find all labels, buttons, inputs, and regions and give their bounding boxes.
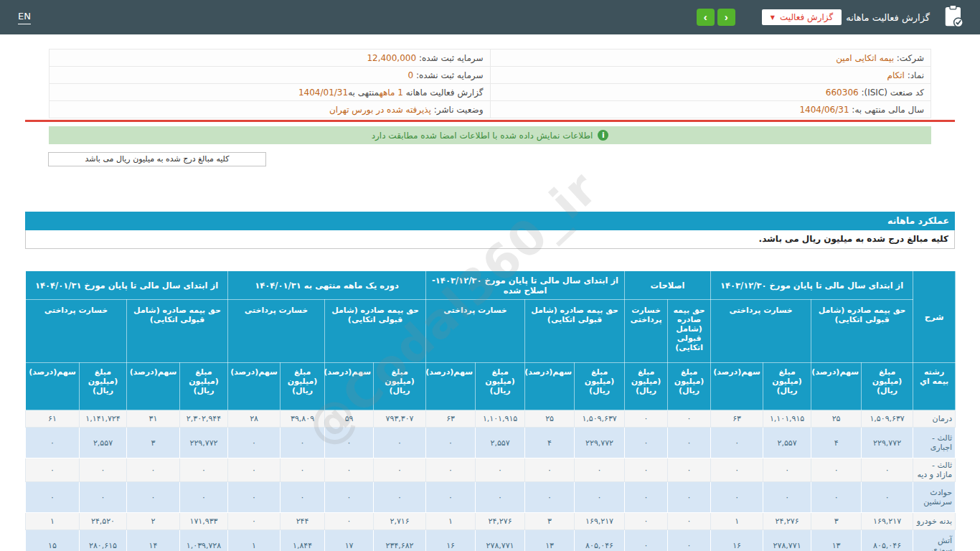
table-row: ثالث - اجباری۲۲۹,۷۷۲۴۲,۵۵۷۰۰۰۲۲۹,۷۷۲۴۲,۵… — [26, 428, 956, 458]
value-cell: ۰ — [668, 458, 711, 482]
value-cell: ۶۱ — [26, 410, 80, 428]
perf-period-group-header: دوره یک ماهه منتهی به ۱۴۰۴/۰۱/۳۱ — [228, 271, 426, 300]
perf-period-group-header: از ابتدای سال مالی تا پایان مورخ ۱۴۰۴/۰۱… — [26, 271, 228, 300]
value-cell: ۰ — [26, 482, 80, 513]
value-cell: ۰ — [668, 410, 711, 428]
value-cell: ۲۴۴ — [281, 513, 325, 530]
info-label: وضعیت ناشر: — [431, 105, 484, 115]
chevron-down-icon: ▼ — [771, 14, 775, 21]
value-cell: ۰ — [476, 482, 525, 513]
perf-amount-header: مبلغ (میلیون ریال) — [281, 363, 325, 410]
page: EN ‹ › گزارش فعالیت ▼ گزارش فعالیت ماهان… — [0, 0, 980, 551]
perf-period-group-header: از ابتدای سال مالی تا پایان مورخ ۱۴۰۳/۱۲… — [426, 271, 625, 300]
value-cell: ۰ — [811, 458, 862, 482]
company-info-row: کد صنعت (ISIC): 660306گزارش فعالیت ماهان… — [50, 84, 931, 101]
value-cell: ۰ — [668, 482, 711, 513]
value-cell: ۰ — [525, 458, 575, 482]
perf-header-row: شرحاز ابتدای سال مالی تا پایان مورخ ۱۴۰۳… — [26, 271, 956, 300]
value-cell: ۰ — [862, 458, 913, 482]
value-cell: ۰ — [862, 482, 913, 513]
info-value: بیمه اتکایی امین — [836, 53, 894, 63]
company-info-row: سال مالی منتهی به: 1404/06/31وضعیت ناشر:… — [50, 101, 931, 118]
value-cell: ۱ — [26, 513, 80, 530]
value-cell: ۲,۵۵۷ — [763, 428, 811, 458]
perf-share-header: سهم(درصد) — [325, 363, 374, 410]
perf-amount-header: مبلغ (میلیون ریال) — [180, 363, 228, 410]
perf-header-row: رشته بیمه ايمبلغ (میلیون ریال)سهم(درصد)م… — [26, 363, 956, 410]
prev-report-button[interactable]: ‹ — [697, 9, 715, 26]
value-cell: ۴ — [811, 428, 862, 458]
content: شرکت: بیمه اتکایی امینسرمایه ثبت شده: 12… — [0, 49, 980, 551]
info-label: نماد: — [905, 70, 924, 80]
perf-share-header: سهم(درصد) — [711, 363, 763, 410]
value-cell: ۲۴,۵۲۰ — [80, 513, 127, 530]
perf-claims-header: خسارت پرداختی — [426, 300, 525, 363]
perf-share-header: سهم(درصد) — [228, 363, 281, 410]
value-cell: ۲۴,۲۷۶ — [763, 513, 811, 530]
table-row: حوادث سرنشین۰۰۰۰۰۰۰۰۰۰۰۰۰۰۰۰۰۰ — [26, 482, 956, 513]
value-cell: ۰ — [228, 458, 281, 482]
table-row: آتش سوزی۸۰۵,۰۴۶۱۳۲۷۸,۷۷۱۱۶۰۰۸۰۵,۰۴۶۱۳۲۷۸… — [26, 530, 956, 551]
perf-thead: شرحاز ابتدای سال مالی تا پایان مورخ ۱۴۰۳… — [26, 271, 956, 410]
value-cell: ۴ — [525, 428, 575, 458]
perf-amount-header: مبلغ (میلیون ریال) — [763, 363, 811, 410]
amounts-unit-note-box: کلیه مبالغ درج شده به میلیون ریال می باش… — [48, 152, 266, 166]
value-cell: ۲۲۹,۷۷۲ — [575, 428, 625, 458]
value-cell: ۰ — [625, 410, 668, 428]
value-cell: ۸۰۵,۰۴۶ — [862, 530, 913, 551]
value-cell: ۷۹۳,۳۰۷ — [374, 410, 426, 428]
value-cell: ۲۷۸,۷۷۱ — [476, 530, 525, 551]
clipboard-check-icon[interactable] — [943, 4, 964, 31]
perf-premium-header: حق بیمه صادره (شامل قبولی اتکایی) — [127, 300, 228, 363]
value-cell: ۰ — [26, 428, 80, 458]
value-cell: ۲۵ — [525, 410, 575, 428]
value-cell: ۰ — [575, 482, 625, 513]
topbar: EN ‹ › گزارش فعالیت ▼ گزارش فعالیت ماهان… — [0, 0, 980, 34]
company-info-row: نماد: اتکامسرمایه ثبت نشده: 0 — [50, 67, 931, 84]
value-cell: ۱,۵۰۹,۶۳۷ — [862, 410, 913, 428]
value-cell: ۲,۷۱۶ — [374, 513, 426, 530]
info-value: 1404/01/31 — [298, 88, 348, 98]
value-cell: ۱۷ — [325, 530, 374, 551]
value-cell: ۶۳ — [711, 410, 763, 428]
company-info-row: شرکت: بیمه اتکایی امینسرمایه ثبت شده: 12… — [50, 50, 931, 67]
note-box-wrap: کلیه مبالغ درج شده به میلیون ریال می باش… — [25, 152, 955, 166]
value-cell: ۰ — [625, 482, 668, 513]
info-label: شرکت: — [894, 53, 924, 63]
perf-claims-header: خسارت پرداختی — [625, 300, 668, 363]
value-cell: ۰ — [426, 458, 476, 482]
value-cell: ۰ — [668, 513, 711, 530]
info-label: سال مالی منتهی به: — [849, 105, 924, 115]
value-cell: ۲,۵۵۷ — [476, 428, 525, 458]
value-cell: ۱۶۹,۲۱۷ — [575, 513, 625, 530]
value-cell: ۰ — [374, 428, 426, 458]
perf-claims-header: خسارت پرداختی — [228, 300, 325, 363]
value-cell: ۲۲۹,۷۷۲ — [180, 428, 228, 458]
value-cell: ۱,۱۴۱,۷۲۴ — [80, 410, 127, 428]
value-cell: ۳ — [525, 513, 575, 530]
value-cell: ۲,۳۰۲,۹۴۴ — [180, 410, 228, 428]
value-cell: ۱,۵۰۹,۶۳۷ — [575, 410, 625, 428]
value-cell: ۱ — [711, 513, 763, 530]
next-report-button[interactable]: › — [717, 9, 735, 26]
value-cell: ۲۸۰,۶۱۵ — [80, 530, 127, 551]
table-row: بدنه خودرو۱۶۹,۲۱۷۳۲۴,۲۷۶۱۰۰۱۶۹,۲۱۷۳۲۴,۲۷… — [26, 513, 956, 530]
value-cell: ۱,۰۳۹,۷۲۸ — [180, 530, 228, 551]
language-switch-en[interactable]: EN — [18, 11, 31, 24]
info-value: پذیرفته شده در بورس تهران — [329, 105, 431, 115]
value-cell: ۰ — [711, 428, 763, 458]
company-info-cell: سرمایه ثبت شده: 12,400,000 — [50, 50, 491, 67]
perf-claims-header: خسارت پرداختی — [711, 300, 811, 363]
value-cell: ۰ — [281, 458, 325, 482]
value-cell: ۰ — [668, 428, 711, 458]
info-value: 660306 — [826, 88, 859, 98]
report-type-dropdown[interactable]: گزارش فعالیت ▼ — [762, 9, 842, 25]
value-cell: ۰ — [668, 530, 711, 551]
company-info-cell: سال مالی منتهی به: 1404/06/31 — [490, 101, 931, 118]
value-cell: ۱۶ — [711, 530, 763, 551]
perf-share-header: سهم(درصد) — [525, 363, 575, 410]
value-cell: ۵۹ — [325, 410, 374, 428]
company-info-table: شرکت: بیمه اتکایی امینسرمایه ثبت شده: 12… — [49, 49, 931, 118]
value-cell: ۰ — [325, 458, 374, 482]
perf-share-header: سهم(درصد) — [26, 363, 80, 410]
